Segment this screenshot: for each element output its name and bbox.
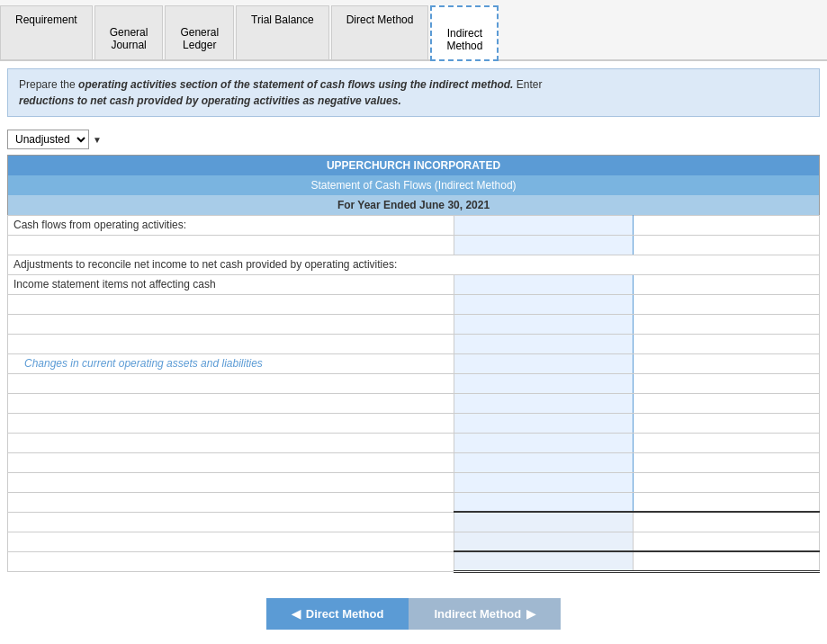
input-label-9[interactable] xyxy=(8,452,454,472)
input-label-field-5[interactable] xyxy=(13,378,448,389)
tab-general-ledger[interactable]: General Ledger xyxy=(165,5,234,59)
input-label-3[interactable] xyxy=(8,314,454,334)
input-amount-field-4b[interactable] xyxy=(639,338,814,349)
input-amount-9b[interactable] xyxy=(633,452,819,472)
section-income-items: Income statement items not affecting cas… xyxy=(8,274,820,294)
tab-requirement[interactable]: Requirement xyxy=(0,5,93,59)
input-amount-field-1a[interactable] xyxy=(460,239,626,250)
income-items-field1[interactable] xyxy=(460,279,626,290)
tab-indirect-method[interactable]: Indirect Method xyxy=(430,5,499,61)
input-amount-1a[interactable] xyxy=(454,235,633,255)
section-cash-flows: Cash flows from operating activities: xyxy=(8,215,820,235)
changes-field2[interactable] xyxy=(639,358,814,369)
input-amount-field-11a[interactable] xyxy=(460,496,626,507)
input-amount-6a[interactable] xyxy=(454,393,633,413)
input-amount-field-5a[interactable] xyxy=(460,378,626,389)
input-label-8[interactable] xyxy=(8,433,454,452)
input-amount-field-3b[interactable] xyxy=(639,318,814,329)
input-label-2[interactable] xyxy=(8,294,454,314)
input-amount-field-5b[interactable] xyxy=(639,378,814,389)
input-label-field-11[interactable] xyxy=(13,496,448,507)
input-row-2 xyxy=(8,294,820,314)
bottom-nav: ◀ Direct Method Indirect Method ▶ xyxy=(0,580,827,639)
company-name: UPPERCHURCH INCORPORATED xyxy=(8,156,820,176)
input-amount-10a[interactable] xyxy=(454,472,633,492)
unadjusted-dropdown[interactable]: Unadjusted Adjusted xyxy=(7,130,89,149)
input-amount-7a[interactable] xyxy=(454,413,633,433)
input-amount-field-7b[interactable] xyxy=(639,417,814,428)
input-amount-8b[interactable] xyxy=(633,433,819,452)
input-amount-4b[interactable] xyxy=(633,334,819,353)
input-amount-2a[interactable] xyxy=(454,294,633,314)
blank-row-3 xyxy=(8,551,820,571)
input-amount-field-10a[interactable] xyxy=(460,477,626,487)
tab-trial-balance[interactable]: Trial Balance xyxy=(236,5,329,59)
changes-field1[interactable] xyxy=(460,358,626,369)
input-amount-11a[interactable] xyxy=(454,492,633,512)
input-label-10[interactable] xyxy=(8,472,454,492)
input-amount-11b[interactable] xyxy=(633,492,819,512)
input-amount-5a[interactable] xyxy=(454,373,633,393)
input-amount-field-9b[interactable] xyxy=(639,457,814,468)
input-amount-3b[interactable] xyxy=(633,314,819,334)
input-amount-1b[interactable] xyxy=(633,235,819,255)
input-amount-field-8a[interactable] xyxy=(460,437,626,448)
next-button[interactable]: Indirect Method ▶ xyxy=(409,598,561,630)
input-row-6 xyxy=(8,393,820,413)
input-amount-field-6a[interactable] xyxy=(460,398,626,408)
cash-flows-input1-field[interactable] xyxy=(460,219,626,230)
input-row-10 xyxy=(8,472,820,492)
input-label-field-2[interactable] xyxy=(13,299,448,309)
tab-general-journal[interactable]: General Journal xyxy=(94,5,164,59)
input-amount-3a[interactable] xyxy=(454,314,633,334)
cash-flows-input2-field[interactable] xyxy=(639,219,814,230)
input-label-11[interactable] xyxy=(8,492,454,512)
input-amount-field-2b[interactable] xyxy=(639,299,814,309)
input-amount-5b[interactable] xyxy=(633,373,819,393)
input-amount-field-1b[interactable] xyxy=(639,239,814,250)
income-items-input2[interactable] xyxy=(633,274,819,294)
input-label-5[interactable] xyxy=(8,373,454,393)
input-amount-field-10b[interactable] xyxy=(639,477,814,487)
changes-input1[interactable] xyxy=(454,353,633,373)
input-label-4[interactable] xyxy=(8,334,454,353)
input-amount-field-11b[interactable] xyxy=(639,496,814,507)
input-amount-7b[interactable] xyxy=(633,413,819,433)
input-label-field-8[interactable] xyxy=(13,437,448,448)
input-label-field-1[interactable] xyxy=(13,239,448,250)
input-label-field-3[interactable] xyxy=(13,318,448,329)
input-amount-field-7a[interactable] xyxy=(460,417,626,428)
input-amount-field-3a[interactable] xyxy=(460,318,626,329)
input-amount-6b[interactable] xyxy=(633,393,819,413)
input-amount-field-9a[interactable] xyxy=(460,457,626,468)
input-amount-field-2a[interactable] xyxy=(460,299,626,309)
input-amount-4a[interactable] xyxy=(454,334,633,353)
income-items-input1[interactable] xyxy=(454,274,633,294)
input-label-field-7[interactable] xyxy=(13,417,448,428)
input-label-6[interactable] xyxy=(8,393,454,413)
input-label-field-10[interactable] xyxy=(13,477,448,487)
changes-input2[interactable] xyxy=(633,353,819,373)
income-items-field2[interactable] xyxy=(639,279,814,290)
blank-amount-3b xyxy=(633,551,819,571)
prev-button[interactable]: ◀ Direct Method xyxy=(266,598,409,630)
input-label-field-4[interactable] xyxy=(13,338,448,349)
input-amount-field-6b[interactable] xyxy=(639,398,814,408)
input-label-field-6[interactable] xyxy=(13,398,448,408)
input-label-1[interactable] xyxy=(8,235,454,255)
input-amount-field-4a[interactable] xyxy=(460,338,626,349)
cash-flows-input1[interactable] xyxy=(454,215,633,235)
input-amount-8a[interactable] xyxy=(454,433,633,452)
input-row-8 xyxy=(8,433,820,452)
blank-row-1 xyxy=(8,512,820,532)
blank-amount-2a xyxy=(454,532,633,551)
input-amount-10b[interactable] xyxy=(633,472,819,492)
input-label-field-9[interactable] xyxy=(13,457,448,468)
statement-title-row: Statement of Cash Flows (Indirect Method… xyxy=(8,175,820,195)
cash-flows-input2[interactable] xyxy=(633,215,819,235)
input-amount-2b[interactable] xyxy=(633,294,819,314)
tab-direct-method[interactable]: Direct Method xyxy=(331,5,429,59)
input-label-7[interactable] xyxy=(8,413,454,433)
input-amount-9a[interactable] xyxy=(454,452,633,472)
input-amount-field-8b[interactable] xyxy=(639,437,814,448)
